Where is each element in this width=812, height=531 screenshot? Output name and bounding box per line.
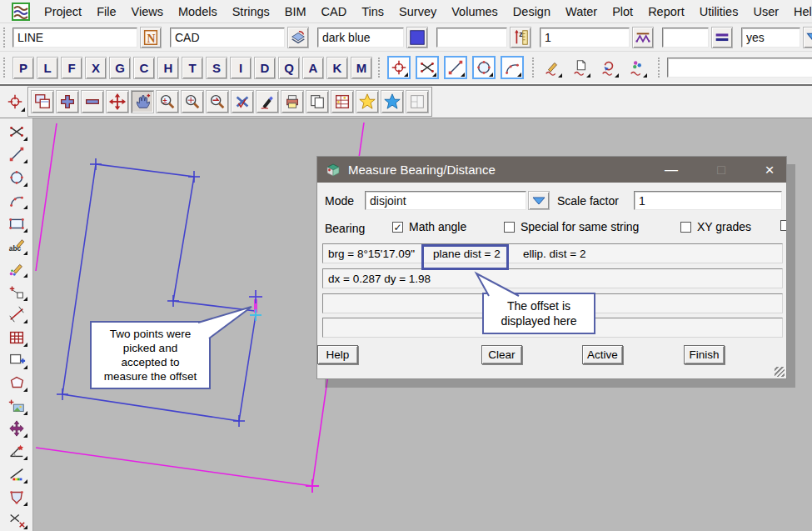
- minimize-button[interactable]: —: [653, 157, 690, 183]
- tool-button-t[interactable]: T: [182, 57, 203, 79]
- height-input[interactable]: [436, 28, 507, 48]
- dropdown-button[interactable]: [803, 27, 812, 48]
- tool-button-x[interactable]: X: [85, 57, 107, 79]
- tool-button-d[interactable]: D: [254, 57, 276, 79]
- checkbox-box[interactable]: [680, 222, 691, 233]
- zoom-inout-button[interactable]: ±: [156, 90, 179, 113]
- checkbox-xy-grades[interactable]: XY grades: [680, 220, 751, 233]
- n-badge-button[interactable]: N: [140, 27, 162, 48]
- menu-user[interactable]: User: [745, 5, 786, 18]
- menu-file[interactable]: File: [89, 5, 123, 18]
- maximize-button[interactable]: □: [703, 157, 740, 183]
- snap-arc-button[interactable]: [501, 56, 524, 79]
- star-yellow-button[interactable]: [356, 90, 379, 113]
- menu-plot[interactable]: Plot: [605, 5, 640, 18]
- crosshair-point-button[interactable]: [4, 91, 26, 113]
- wave-button[interactable]: [632, 27, 654, 48]
- breakline-input[interactable]: [741, 28, 800, 48]
- point-square-button[interactable]: [5, 282, 28, 302]
- pan-hand-button[interactable]: [131, 90, 154, 113]
- menu-models[interactable]: Models: [171, 5, 225, 18]
- resize-grip[interactable]: [775, 367, 785, 377]
- star-blue-button[interactable]: [381, 90, 404, 113]
- tool-button-h[interactable]: H: [157, 57, 179, 79]
- pencil-wave-button[interactable]: [541, 57, 563, 78]
- tool-button-k[interactable]: K: [326, 57, 348, 79]
- redo-wave-button[interactable]: [598, 57, 620, 78]
- snap-cross-button[interactable]: [416, 56, 439, 79]
- checkbox-special-for-same-string[interactable]: Special for same string: [504, 220, 639, 233]
- circle-button[interactable]: [5, 168, 28, 188]
- weight-input[interactable]: [540, 28, 630, 48]
- line-button[interactable]: [5, 144, 28, 164]
- model-input[interactable]: [170, 28, 285, 48]
- close-button[interactable]: ×: [751, 157, 787, 183]
- mode-input[interactable]: [365, 191, 526, 210]
- swatch-button[interactable]: [406, 27, 428, 48]
- tool-button-i[interactable]: I: [230, 57, 252, 79]
- linestyle-input[interactable]: [662, 28, 709, 48]
- fit-view-button[interactable]: [106, 90, 129, 113]
- copy-view-button[interactable]: [306, 90, 329, 113]
- checkbox-box[interactable]: [504, 222, 515, 233]
- menu-volumes[interactable]: Volumes: [444, 5, 506, 18]
- menu-report[interactable]: Report: [640, 5, 692, 18]
- cross-x-button[interactable]: [5, 122, 28, 142]
- menu-views[interactable]: Views: [124, 5, 171, 18]
- finish-button[interactable]: Finish: [684, 345, 725, 364]
- dialog-title-bar[interactable]: Measure Bearing/Distance — □ ×: [317, 157, 786, 183]
- tool-button-m[interactable]: M: [351, 57, 372, 79]
- print-button[interactable]: [281, 90, 304, 113]
- page-wave-button[interactable]: [570, 57, 591, 78]
- menu-project[interactable]: Project: [37, 5, 89, 18]
- angle-line-button[interactable]: [5, 441, 28, 461]
- active-button[interactable]: Active: [582, 345, 623, 364]
- copy-window-button[interactable]: [5, 350, 28, 370]
- move-arrows-button[interactable]: [5, 418, 28, 438]
- menu-utilities[interactable]: Utilities: [692, 5, 746, 18]
- tool-button-p[interactable]: P: [12, 57, 34, 79]
- snap-circle-button[interactable]: [472, 56, 496, 79]
- checkbox-box[interactable]: ✓: [392, 222, 403, 233]
- colour-input[interactable]: [317, 28, 404, 48]
- checkbox-box[interactable]: [780, 220, 787, 231]
- grid-table-button[interactable]: [5, 328, 28, 348]
- checkbox-math-angle[interactable]: ✓Math angle: [392, 220, 466, 233]
- del-cross-button[interactable]: [231, 90, 254, 113]
- tool-button-f[interactable]: F: [61, 57, 82, 79]
- snap-point-button[interactable]: [387, 56, 411, 79]
- view-minus-button[interactable]: [81, 90, 104, 113]
- help-button[interactable]: Help: [317, 345, 358, 364]
- menu-bim[interactable]: BIM: [277, 5, 314, 18]
- view-plus-button[interactable]: [56, 90, 79, 113]
- menu-survey[interactable]: Survey: [391, 5, 444, 18]
- arc-button[interactable]: [5, 190, 28, 210]
- x-point-button[interactable]: [5, 510, 28, 530]
- symbol-wave-button[interactable]: [626, 57, 648, 78]
- tile-windows-button[interactable]: [31, 90, 54, 113]
- pencil-symbol-button[interactable]: [5, 258, 28, 278]
- polygon-button[interactable]: [5, 373, 28, 393]
- tool-button-l[interactable]: L: [37, 57, 58, 79]
- zoom-prev-button[interactable]: [206, 90, 229, 113]
- menu-water[interactable]: Water: [558, 5, 605, 18]
- layout-plain-button[interactable]: [406, 90, 429, 113]
- z-ruler-button[interactable]: z: [510, 27, 531, 48]
- menu-tins[interactable]: Tins: [354, 5, 391, 18]
- mode-dropdown-button[interactable]: [528, 191, 550, 210]
- menu-strings[interactable]: Strings: [225, 5, 277, 18]
- tool-button-g[interactable]: G: [109, 57, 131, 79]
- lines-button[interactable]: [711, 27, 733, 48]
- menu-design[interactable]: Design: [506, 5, 558, 18]
- layers-button[interactable]: [287, 27, 309, 48]
- image-point-button[interactable]: [5, 396, 28, 416]
- zoom-extent-button[interactable]: [181, 90, 204, 113]
- rectangle-button[interactable]: [5, 213, 28, 233]
- tool-button-c[interactable]: C: [133, 57, 155, 79]
- scale-factor-input[interactable]: [634, 191, 782, 210]
- command-input[interactable]: [667, 58, 812, 78]
- clear-button[interactable]: Clear: [481, 345, 522, 364]
- ink-pen-button[interactable]: [256, 90, 279, 113]
- measure-distance-button[interactable]: [5, 304, 28, 324]
- colored-line-button[interactable]: [5, 464, 28, 484]
